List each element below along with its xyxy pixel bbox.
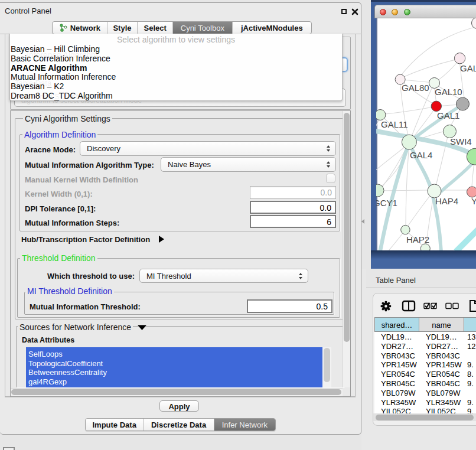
svg-text:GAL80: GAL80	[402, 83, 429, 93]
svg-text:HAP2: HAP2	[406, 234, 429, 244]
svg-text:GAL7: GAL7	[460, 63, 476, 73]
svg-text:HAP4: HAP4	[435, 196, 458, 206]
svg-text:GAL1: GAL1	[437, 110, 459, 120]
svg-text:GAL10: GAL10	[435, 87, 462, 97]
svg-text:SWI4: SWI4	[450, 136, 472, 146]
svg-text:YD: YD	[471, 196, 476, 206]
svg-text:GAL11: GAL11	[381, 119, 408, 129]
svg-text:GAL4: GAL4	[410, 150, 432, 160]
svg-text:GCY1: GCY1	[376, 198, 397, 208]
